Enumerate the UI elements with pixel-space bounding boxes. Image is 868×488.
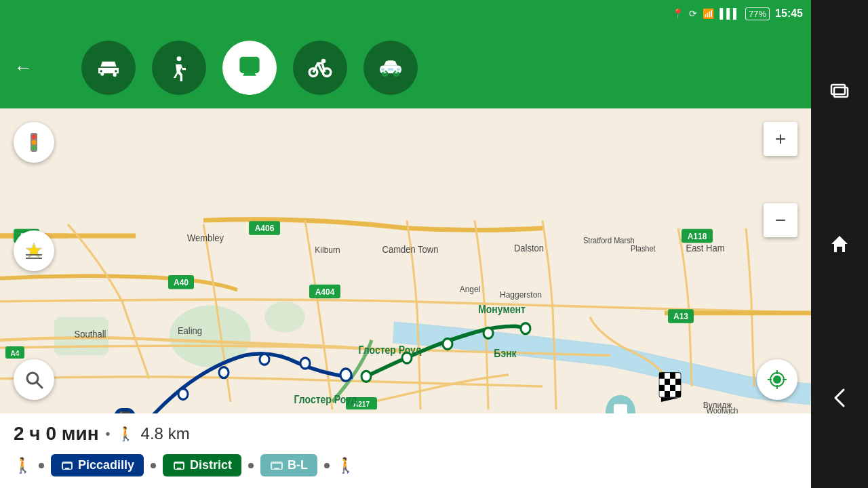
battery-indicator: 77% <box>745 7 770 20</box>
svg-point-6 <box>244 66 247 69</box>
back-nav-button[interactable] <box>823 381 856 415</box>
svg-text:A13: A13 <box>673 310 688 321</box>
svg-point-115 <box>69 467 71 469</box>
taxi-icon <box>377 54 404 81</box>
svg-text:⬛: ⬛ <box>119 411 131 413</box>
traffic-button[interactable] <box>14 122 54 163</box>
district-line-badge[interactable]: District <box>163 454 241 476</box>
mode-taxi-button[interactable] <box>363 41 418 95</box>
svg-point-106 <box>773 375 781 384</box>
svg-point-28 <box>521 323 530 334</box>
svg-line-105 <box>37 382 42 388</box>
bl-line-badge[interactable]: B-L <box>260 454 317 476</box>
step-walk-start: 🚶 <box>14 457 32 474</box>
top-nav: ← <box>0 27 811 108</box>
svg-text:Angel: Angel <box>460 283 481 294</box>
svg-text:A40: A40 <box>174 277 189 287</box>
step-dot-4 <box>324 463 330 468</box>
favorites-button[interactable] <box>14 230 54 271</box>
map-container[interactable]: ⬛ A40 A406 A118 A40 A404 A13 A4 A215 A21… <box>0 108 811 413</box>
svg-text:Stratford Marsh: Stratford Marsh <box>583 236 635 245</box>
svg-point-30 <box>178 389 188 400</box>
search-icon <box>23 369 45 390</box>
route-summary: 2 ч 0 мин • 🚶 4.8 km <box>14 423 797 445</box>
tube-icon <box>60 459 74 472</box>
route-time: 2 ч 0 мин <box>14 423 99 445</box>
svg-rect-14 <box>387 61 394 63</box>
district-label: District <box>190 458 232 472</box>
location-status-icon: 📍 <box>672 8 684 19</box>
recent-apps-button[interactable] <box>823 73 856 107</box>
svg-text:A404: A404 <box>315 286 335 297</box>
piccadilly-label: Piccadilly <box>78 458 134 472</box>
svg-point-119 <box>181 467 183 469</box>
svg-text:A406: A406 <box>255 222 275 233</box>
svg-rect-44 <box>675 391 681 397</box>
zoom-in-button[interactable]: + <box>764 122 797 156</box>
svg-point-8 <box>309 68 317 77</box>
svg-point-10 <box>322 60 326 63</box>
mode-bike-button[interactable] <box>293 41 347 95</box>
mode-walk-button[interactable] <box>152 41 206 95</box>
bike-icon <box>307 54 334 81</box>
my-location-button[interactable] <box>757 359 797 400</box>
step-dot-3 <box>248 463 254 468</box>
svg-point-34 <box>340 369 351 381</box>
svg-text:Ealing: Ealing <box>178 325 202 336</box>
walk-distance-icon: 🚶 <box>117 426 134 442</box>
status-bar: 📍 ⟳ 📶 ▌▌▌ 77% 15:45 <box>0 0 811 27</box>
search-button[interactable] <box>14 359 54 400</box>
bottom-panel: 2 ч 0 мин • 🚶 4.8 km 🚶 Piccadilly <box>0 413 811 488</box>
route-separator: • <box>106 426 111 442</box>
back-button[interactable]: ← <box>14 57 33 79</box>
car-icon <box>95 54 122 81</box>
svg-text:Монумент: Монумент <box>478 303 526 315</box>
step-dot-1 <box>39 463 44 468</box>
svg-point-100 <box>32 146 37 150</box>
piccadilly-line-badge[interactable]: Piccadilly <box>51 454 144 476</box>
mode-car-button[interactable] <box>81 41 136 95</box>
recent-apps-icon <box>827 78 852 102</box>
mode-transit-button[interactable] <box>222 41 277 95</box>
svg-point-27 <box>484 328 493 339</box>
favorites-icon <box>22 239 46 263</box>
svg-text:Southall: Southall <box>75 329 106 340</box>
svg-rect-42 <box>670 385 675 391</box>
back-nav-icon <box>827 386 852 410</box>
svg-text:Camden Town: Camden Town <box>382 243 439 255</box>
svg-point-123 <box>279 467 281 469</box>
svg-rect-16 <box>387 68 394 71</box>
svg-rect-39 <box>665 379 670 385</box>
zoom-out-button[interactable]: − <box>764 203 797 237</box>
map-svg: ⬛ A40 A406 A118 A40 A404 A13 A4 A215 A21… <box>0 108 811 413</box>
route-distance: 4.8 km <box>141 424 190 443</box>
svg-point-0 <box>177 56 182 61</box>
svg-text:Бэнк: Бэнк <box>494 347 517 359</box>
svg-text:Haggerston: Haggerston <box>500 289 542 300</box>
step-dot-2 <box>151 463 156 468</box>
svg-rect-40 <box>675 379 681 385</box>
svg-text:Plashet: Plashet <box>631 243 656 253</box>
svg-point-31 <box>219 367 229 378</box>
svg-text:Kilburn: Kilburn <box>315 244 340 255</box>
svg-rect-46 <box>614 404 627 413</box>
svg-text:A4: A4 <box>11 348 20 357</box>
svg-point-24 <box>361 371 371 382</box>
bl-label: B-L <box>288 458 308 472</box>
home-button[interactable] <box>823 227 856 261</box>
svg-point-99 <box>32 140 37 145</box>
rotation-status-icon: ⟳ <box>689 8 697 19</box>
route-steps: 🚶 Piccadilly <box>14 454 797 476</box>
svg-rect-17 <box>396 68 401 71</box>
wifi-status-icon: 📶 <box>703 8 714 19</box>
svg-rect-41 <box>659 385 665 391</box>
svg-point-33 <box>300 358 310 369</box>
svg-rect-43 <box>665 391 670 397</box>
svg-text:Глостер Роуд: Глостер Роуд <box>359 344 422 356</box>
svg-rect-37 <box>659 373 665 379</box>
svg-point-20 <box>264 302 305 333</box>
svg-text:Глостер Роуд: Глостер Роуд <box>294 393 357 405</box>
step-walk-end: 🚶 <box>336 457 355 474</box>
svg-point-122 <box>273 467 275 469</box>
svg-text:Woolwich: Woolwich <box>707 405 738 413</box>
